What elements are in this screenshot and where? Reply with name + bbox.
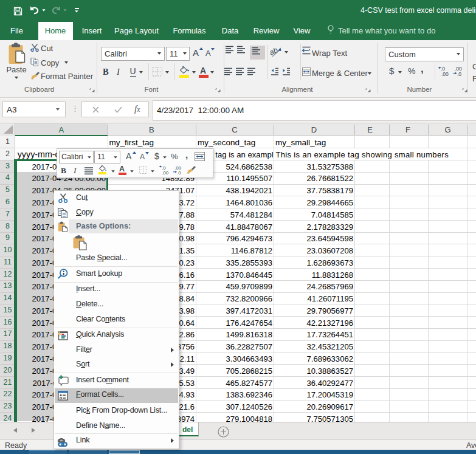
svg-text:.0: .0 xyxy=(457,71,461,77)
svg-text:.0: .0 xyxy=(177,170,181,176)
svg-text:.00: .00 xyxy=(441,71,449,77)
svg-text:.00: .00 xyxy=(162,170,169,176)
